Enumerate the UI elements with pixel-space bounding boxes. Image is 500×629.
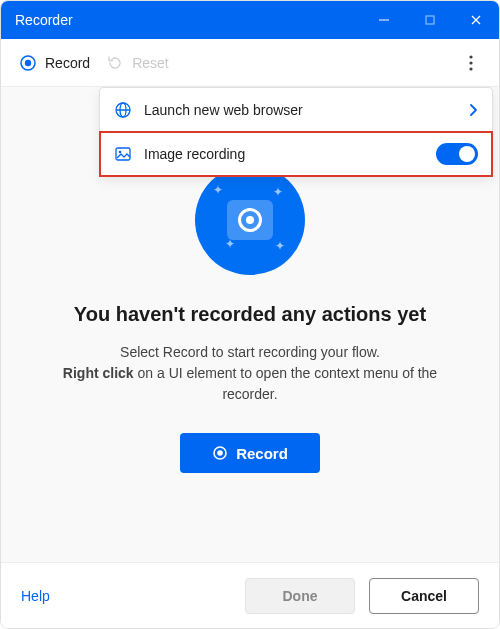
record-button-label: Record [236,445,288,462]
window-controls [361,1,499,39]
toggle-knob [459,146,475,162]
hero-circle: ✦ ✦ ✦ ✦ [195,165,305,275]
done-button: Done [245,578,355,614]
sparkle-icon: ✦ [273,185,283,199]
record-toolbar-label: Record [45,55,90,71]
toolbar: Record Reset [1,39,499,87]
svg-point-13 [119,151,122,154]
title-bar: Recorder [1,1,499,39]
cancel-button-label: Cancel [401,588,447,604]
svg-point-15 [217,450,223,456]
sparkle-icon: ✦ [213,183,223,197]
image-recording-label: Image recording [144,146,424,162]
close-button[interactable] [453,1,499,39]
image-recording-toggle[interactable] [436,143,478,165]
launch-browser-item[interactable]: Launch new web browser [100,88,492,132]
more-vertical-icon [469,55,473,71]
maximize-icon [424,14,436,26]
footer: Help Done Cancel [1,562,499,628]
help-link[interactable]: Help [21,588,50,604]
sparkle-icon: ✦ [225,237,235,251]
maximize-button[interactable] [407,1,453,39]
reset-toolbar-button: Reset [98,50,177,76]
empty-state-headline: You haven't recorded any actions yet [74,303,426,326]
camera-dot-icon [246,216,254,224]
close-icon [470,14,482,26]
svg-point-6 [469,55,472,58]
more-options-dropdown: Launch new web browser Image recording [99,87,493,177]
record-dot-icon [19,54,37,72]
launch-browser-label: Launch new web browser [144,102,456,118]
record-button[interactable]: Record [180,433,320,473]
svg-rect-1 [426,16,434,24]
image-recording-item[interactable]: Image recording [100,132,492,176]
more-options-button[interactable] [453,45,489,81]
content-area: Launch new web browser Image recording ✦… [1,87,499,562]
minimize-icon [378,14,390,26]
camera-lens-icon [238,208,262,232]
record-toolbar-button[interactable]: Record [11,50,98,76]
subtext-line1: Select Record to start recording your fl… [120,344,380,360]
minimize-button[interactable] [361,1,407,39]
svg-point-5 [25,59,31,65]
globe-icon [114,101,132,119]
cancel-button[interactable]: Cancel [369,578,479,614]
subtext-bold: Right click [63,365,134,381]
done-button-label: Done [283,588,318,604]
chevron-right-icon [468,103,478,117]
recorder-window: Recorder Record Reset [0,0,500,629]
subtext-line2b: on a UI element to open the context menu… [134,365,438,402]
record-dot-icon [212,445,228,461]
empty-state-subtext: Select Record to start recording your fl… [50,342,450,405]
reset-icon [106,54,124,72]
camera-icon [227,200,273,240]
reset-toolbar-label: Reset [132,55,169,71]
svg-point-8 [469,67,472,70]
image-icon [114,145,132,163]
window-title: Recorder [15,12,73,28]
hero-illustration: ✦ ✦ ✦ ✦ [195,165,305,275]
svg-point-7 [469,61,472,64]
sparkle-icon: ✦ [275,239,285,253]
